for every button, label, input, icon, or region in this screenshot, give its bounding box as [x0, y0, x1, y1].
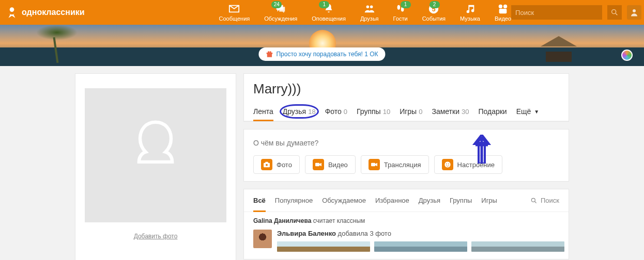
svg-rect-18 [265, 162, 268, 164]
tab-photos[interactable]: Фото0 [325, 104, 347, 121]
svg-point-1 [366, 6, 369, 8]
tab-feed[interactable]: Лента [253, 104, 273, 121]
svg-point-3 [397, 5, 400, 10]
feed-search-button[interactable]: Поиск [530, 197, 559, 204]
envelope-icon [228, 3, 240, 14]
search-input[interactable] [511, 5, 602, 20]
tab-gifts[interactable]: Подарки [478, 104, 507, 121]
profile-name: Marry))) [253, 81, 559, 97]
nav-discussions[interactable]: 24 Обсуждения [264, 3, 297, 22]
add-photo-link[interactable]: Добавить фото [75, 233, 236, 252]
tab-friends[interactable]: Друзья 18 [283, 104, 316, 121]
feed-tabs: Всё Популярное Обсуждаемое Избранное Дру… [244, 189, 569, 212]
avatar-box [85, 83, 226, 228]
avatar-silhouette-icon [122, 117, 189, 194]
feed-tab-friends[interactable]: Друзья [419, 194, 440, 206]
site-logo[interactable]: одноклассники [5, 6, 85, 19]
stream-button[interactable]: Трансляция [361, 155, 429, 174]
user-icon [630, 8, 639, 17]
nav-messages[interactable]: Сообщения [219, 3, 250, 22]
svg-rect-9 [499, 9, 507, 13]
svg-point-13 [269, 51, 271, 53]
post-thumbnails [277, 241, 564, 252]
search-wrap [511, 5, 641, 20]
attach-photo-button[interactable]: Фото [253, 155, 300, 174]
search-icon [530, 197, 538, 204]
side-links: Найти друзей Закрыть профиль [75, 252, 236, 260]
credit-action: считает классным [313, 217, 365, 224]
people-icon [364, 3, 375, 14]
tab-notes[interactable]: Заметки30 [432, 104, 469, 121]
composer-input[interactable] [253, 137, 559, 155]
nav-label: Сообщения [219, 15, 250, 22]
svg-point-24 [448, 164, 449, 165]
svg-point-23 [446, 164, 447, 165]
avatar-placeholder[interactable] [85, 88, 226, 222]
nav-label: Друзья [360, 15, 379, 22]
gift-icon [266, 51, 273, 58]
search-button[interactable] [607, 5, 622, 20]
badge: 1 [319, 1, 329, 8]
cover-banner: Просто хочу порадовать тебя! 1 ОК [0, 25, 644, 66]
cover-promo-text: Просто хочу порадовать тебя! 1 ОК [276, 51, 378, 58]
svg-point-2 [370, 6, 373, 8]
nav-video[interactable]: Видео [495, 3, 511, 22]
credit-name[interactable]: Galina Даниличева [253, 217, 311, 224]
feed-tab-groups[interactable]: Группы [450, 194, 472, 206]
top-avatar[interactable] [627, 5, 641, 20]
tab-more[interactable]: Ещё▼ [516, 104, 540, 121]
svg-point-8 [503, 5, 507, 8]
broadcast-icon [370, 160, 378, 169]
nav-label: События [422, 15, 446, 22]
tab-groups[interactable]: Группы10 [357, 104, 390, 121]
post-avatar[interactable] [253, 230, 272, 248]
feed-tab-fav[interactable]: Избранное [375, 194, 409, 206]
video-icon [497, 3, 509, 14]
svg-point-26 [531, 198, 535, 202]
svg-point-21 [373, 164, 374, 166]
nav-events[interactable]: 5 2 События [422, 3, 446, 22]
thumbnail[interactable] [277, 241, 370, 252]
left-sidebar: Добавить фото Найти друзей Закрыть профи… [75, 73, 236, 260]
feed-tab-games[interactable]: Игры [481, 194, 497, 206]
mood-button[interactable]: Настроение [434, 155, 502, 174]
feed-tab-discussed[interactable]: Обсуждаемое [322, 194, 366, 206]
svg-point-17 [265, 164, 268, 166]
ok-logo-icon [5, 6, 19, 19]
cover-theme-button[interactable] [621, 50, 633, 61]
feed-credit: Galina Даниличева считает классным [253, 217, 559, 224]
svg-point-7 [499, 5, 502, 8]
feed-card: Всё Популярное Обсуждаемое Избранное Дру… [243, 189, 569, 259]
badge: 1 [401, 1, 411, 8]
badge: 24 [271, 1, 282, 8]
svg-point-10 [612, 10, 616, 14]
music-icon [465, 3, 476, 14]
feed-tab-all[interactable]: Всё [253, 194, 266, 206]
nav-music[interactable]: Музыка [460, 3, 480, 22]
composer-buttons: Фото Видео Трансляция Настроение [253, 155, 559, 174]
attach-video-button[interactable]: Видео [305, 155, 356, 174]
tab-games[interactable]: Игры0 [400, 104, 422, 121]
hut-decor [535, 42, 582, 62]
nav-notifications[interactable]: 1 Оповещения [312, 3, 346, 22]
nav-friends[interactable]: Друзья [360, 3, 379, 22]
nav-label: Видео [495, 15, 511, 22]
svg-point-22 [444, 161, 451, 168]
top-bar: одноклассники Сообщения 24 Обсуждения 1 … [0, 0, 644, 25]
search-icon [610, 8, 619, 17]
post-author[interactable]: Эльвира Баленко [277, 230, 336, 237]
cover-promo-button[interactable]: Просто хочу порадовать тебя! 1 ОК [258, 47, 385, 61]
find-friends-link[interactable]: Найти друзей [85, 256, 226, 260]
palm-decor [31, 25, 83, 63]
camera-icon [263, 160, 271, 169]
main-column: Marry))) Лента Друзья 18 Фото0 Группы10 … [243, 73, 569, 259]
profile-header-card: Marry))) Лента Друзья 18 Фото0 Группы10 … [243, 73, 569, 122]
thumbnail[interactable] [374, 241, 467, 252]
feed-tab-popular[interactable]: Популярное [275, 194, 313, 206]
brand-text: одноклассники [22, 8, 85, 17]
svg-rect-19 [315, 163, 319, 167]
smile-icon [443, 160, 452, 169]
thumbnail[interactable] [471, 241, 564, 252]
nav-label: Гости [393, 15, 408, 22]
nav-guests[interactable]: 1 Гости [393, 3, 408, 22]
